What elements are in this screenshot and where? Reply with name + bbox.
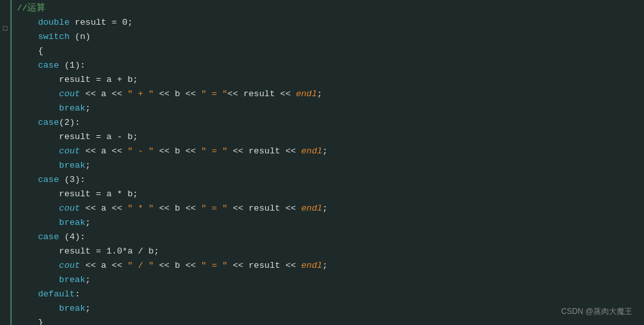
code-line-19: cout << a << " / " << b << " = " << resu… xyxy=(17,259,639,273)
code-line-3: switch (n) xyxy=(17,30,639,44)
comment-text: //运算 xyxy=(17,1,45,16)
code-line-5: case ( 1 ): xyxy=(17,58,639,73)
editor-container: □ //运算 double result = 0 ; switch (n) { xyxy=(0,0,644,325)
code-line-7: cout << a << " + " << b << " = " << resu… xyxy=(17,87,639,101)
collapse-icon[interactable]: □ xyxy=(3,25,8,32)
code-line-4: { xyxy=(17,44,639,58)
code-line-15: cout << a << " * " << b << " = " << resu… xyxy=(17,202,639,216)
code-line-10: result = a - b; xyxy=(17,130,639,144)
code-line-13: case ( 3 ): xyxy=(17,173,639,187)
code-line-11: cout << a << " - " << b << " = " << resu… xyxy=(17,144,639,159)
watermark: CSDN @蒸肉大魔王 xyxy=(561,306,632,317)
code-line-12: break ; xyxy=(17,159,639,173)
code-line-2: double result = 0 ; xyxy=(17,16,639,30)
code-line-20: break ; xyxy=(17,273,639,287)
code-line-8: break ; xyxy=(17,101,639,116)
code-line-9: case ( 2 ): xyxy=(17,116,639,130)
code-line-14: result = a * b; xyxy=(17,187,639,202)
line-gutter: □ xyxy=(0,0,12,325)
code-line-23: } xyxy=(17,316,639,325)
code-area: //运算 double result = 0 ; switch (n) { ca… xyxy=(12,0,644,325)
code-line-17: case ( 4 ): xyxy=(17,230,639,244)
code-line-1: //运算 xyxy=(17,1,639,16)
code-line-21: default : xyxy=(17,287,639,302)
code-line-22: break ; xyxy=(17,302,639,316)
code-line-18: result = 1.0*a / b; xyxy=(17,244,639,259)
code-line-16: break ; xyxy=(17,216,639,230)
code-line-6: result = a + b; xyxy=(17,73,639,87)
